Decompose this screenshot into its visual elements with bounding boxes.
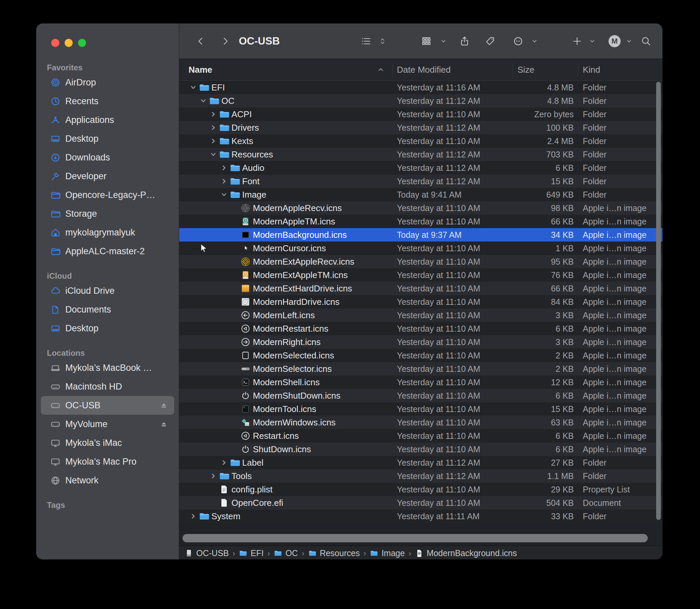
add-chevron-icon[interactable] [589, 37, 596, 45]
sidebar-item-mykola-s-mac-pro[interactable]: Mykola’s Mac Pro [41, 452, 174, 471]
column-header-name[interactable]: Name [189, 65, 212, 75]
minimize-button[interactable] [65, 39, 73, 47]
disclosure-open-icon[interactable] [210, 151, 217, 158]
file-row-system[interactable]: SystemYesterday at 11:11 AM33 KBFolder [179, 509, 663, 523]
breadcrumb-item-modernbackground-icns[interactable]: ModernBackground.icns [415, 549, 517, 558]
sidebar-item-airdrop[interactable]: AirDrop [41, 73, 174, 92]
file-row-modernshutdown-icns[interactable]: ModernShutDown.icnsYesterday at 11:10 AM… [179, 389, 663, 402]
file-row-modernleft-icns[interactable]: ModernLeft.icnsYesterday at 11:10 AM3 KB… [179, 309, 663, 322]
add-icon[interactable] [572, 36, 582, 47]
account-avatar[interactable]: M [609, 35, 620, 47]
file-row-image[interactable]: ImageToday at 9:41 AM649 KBFolder [179, 188, 663, 201]
disclosure-closed-icon[interactable] [210, 124, 217, 131]
breadcrumb-item-oc-usb[interactable]: OC-USB [185, 549, 229, 558]
file-row-modernextapplerecv-icns[interactable]: ModernExtAppleRecv.icnsYesterday at 11:1… [179, 255, 663, 268]
breadcrumb-item-image[interactable]: Image [370, 549, 405, 558]
tag-icon[interactable] [485, 36, 495, 47]
file-row-efi[interactable]: EFIYesterday at 11:16 AM4.8 MBFolder [179, 81, 663, 94]
disclosure-open-icon[interactable] [190, 84, 197, 91]
sidebar-item-documents[interactable]: Documents [41, 300, 174, 319]
file-row-modernextharddrive-icns[interactable]: ModernExtHardDrive.icnsYesterday at 11:1… [179, 282, 663, 295]
sidebar-item-desktop[interactable]: Desktop [41, 129, 174, 148]
more-chevron-icon[interactable] [531, 37, 538, 45]
sidebar-item-desktop[interactable]: Desktop [41, 319, 174, 338]
sidebar-item-mykola-s-macbook-pro[interactable]: Mykola’s MacBook Pro [41, 359, 174, 377]
file-row-modernbackground-icns[interactable]: ModernBackground.icnsToday at 9:37 AM34 … [179, 228, 663, 242]
search-icon[interactable] [641, 36, 651, 47]
file-row-audio[interactable]: AudioYesterday at 11:12 AM6 KBFolder [179, 161, 663, 175]
sidebar-item-macintosh-hd[interactable]: Macintosh HD [41, 377, 174, 396]
sidebar-item-opencore-legacy-pat-[interactable]: Opencore-Legacy-Pat… [41, 186, 174, 204]
file-row-resources[interactable]: ResourcesYesterday at 11:12 AM703 KBFold… [179, 148, 663, 161]
back-button[interactable] [195, 36, 206, 47]
group-chevron-icon[interactable] [440, 37, 447, 45]
sidebar-item-mykolagrymalyuk[interactable]: mykolagrymalyuk [41, 223, 174, 242]
zoom-button[interactable] [78, 39, 86, 47]
sidebar-item-developer[interactable]: Developer [41, 167, 174, 186]
file-size: Zero bytes [494, 109, 574, 119]
eject-icon[interactable] [159, 419, 169, 429]
file-row-kexts[interactable]: KextsYesterday at 11:10 AM2.4 MBFolder [179, 134, 663, 148]
file-row-moderntool-icns[interactable]: ModernTool.icnsYesterday at 11:10 AM15 K… [179, 402, 663, 416]
disclosure-open-icon[interactable] [221, 191, 227, 198]
vertical-scrollbar[interactable] [656, 82, 661, 520]
sidebar-item-network[interactable]: Network [41, 471, 174, 490]
file-row-shutdown-icns[interactable]: ShutDown.icnsYesterday at 11:10 AM6 KBAp… [179, 442, 663, 456]
sidebar-item-myvolume[interactable]: MyVolume [41, 415, 174, 433]
close-button[interactable] [51, 39, 59, 47]
column-header-kind[interactable]: Kind [583, 65, 600, 75]
file-row-drivers[interactable]: DriversYesterday at 11:12 AM100 KBFolder [179, 121, 663, 134]
more-actions-icon[interactable] [513, 36, 524, 47]
sidebar-item-oc-usb[interactable]: OC-USB [41, 396, 174, 415]
file-row-modernshell-icns[interactable]: ModernShell.icnsYesterday at 11:10 AM12 … [179, 376, 663, 389]
sidebar-item-icloud-drive[interactable]: iCloud Drive [41, 281, 174, 300]
column-header-size[interactable]: Size [518, 65, 535, 75]
file-row-modernapplerecv-icns[interactable]: ModernAppleRecv.icnsYesterday at 11:10 A… [179, 201, 663, 215]
group-by-icon[interactable] [421, 36, 432, 47]
file-row-modernwindows-icns[interactable]: ModernWindows.icnsYesterday at 11:10 AM6… [179, 416, 663, 429]
file-size: 6 KB [494, 163, 574, 173]
breadcrumb-item-resources[interactable]: Resources [308, 549, 360, 558]
disclosure-closed-icon[interactable] [210, 111, 217, 118]
file-row-font[interactable]: FontYesterday at 11:12 AM15 KBFolder [179, 175, 663, 188]
file-row-restart-icns[interactable]: Restart.icnsYesterday at 11:10 AM6 KBApp… [179, 429, 663, 442]
horizontal-scrollbar[interactable] [182, 534, 648, 542]
file-row-modernselector-icns[interactable]: ModernSelector.icnsYesterday at 11:10 AM… [179, 362, 663, 376]
file-date: Yesterday at 11:12 AM [397, 471, 480, 481]
share-icon[interactable] [459, 36, 470, 47]
disclosure-closed-icon[interactable] [210, 473, 217, 480]
breadcrumb-item-efi[interactable]: EFI [239, 549, 264, 558]
file-row-modernrestart-icns[interactable]: ModernRestart.icnsYesterday at 11:10 AM6… [179, 322, 663, 335]
file-row-acpi[interactable]: ACPIYesterday at 11:10 AMZero bytesFolde… [179, 107, 663, 121]
account-chevron-icon[interactable] [625, 37, 633, 45]
file-row-label[interactable]: LabelYesterday at 11:12 AM27 KBFolder [179, 456, 663, 469]
forward-button[interactable] [220, 36, 231, 47]
column-header-date[interactable]: Date Modified [397, 65, 451, 75]
list-view-icon[interactable] [361, 36, 371, 47]
file-row-modernharddrive-icns[interactable]: ModernHardDrive.icnsYesterday at 11:10 A… [179, 295, 663, 309]
view-chevrons-icon[interactable] [379, 37, 386, 45]
sidebar-item-recents[interactable]: Recents [41, 92, 174, 110]
file-row-config-plist[interactable]: config.plistYesterday at 11:10 AM29 KBPr… [179, 483, 663, 496]
file-row-modernappletm-icns[interactable]: ModernAppleTM.icnsYesterday at 11:10 AM6… [179, 215, 663, 228]
file-row-modernright-icns[interactable]: ModernRight.icnsYesterday at 11:10 AM3 K… [179, 335, 663, 349]
disclosure-closed-icon[interactable] [221, 178, 227, 185]
file-row-tools[interactable]: ToolsYesterday at 11:12 AM1.1 MBFolder [179, 469, 663, 483]
sidebar-item-storage[interactable]: Storage [41, 204, 174, 223]
disclosure-closed-icon[interactable] [210, 138, 217, 144]
disclosure-closed-icon[interactable] [221, 459, 227, 466]
sidebar-item-applealc-master-2[interactable]: AppleALC-master-2 [41, 242, 174, 261]
file-row-moderncursor-icns[interactable]: ModernCursor.icnsYesterday at 11:10 AM1 … [179, 242, 663, 255]
eject-icon[interactable] [159, 400, 169, 410]
sidebar-item-mykola-s-imac[interactable]: Mykola’s iMac [41, 433, 174, 452]
disclosure-closed-icon[interactable] [221, 164, 227, 171]
disclosure-open-icon[interactable] [200, 98, 207, 104]
sidebar-item-downloads[interactable]: Downloads [41, 148, 174, 167]
breadcrumb-item-oc[interactable]: OC [274, 549, 298, 558]
file-row-opencore-efi[interactable]: OpenCore.efiYesterday at 11:10 AM504 KBD… [179, 496, 663, 509]
file-row-modernselected-icns[interactable]: ModernSelected.icnsYesterday at 11:10 AM… [179, 349, 663, 362]
disclosure-closed-icon[interactable] [190, 513, 197, 520]
file-row-oc[interactable]: OCYesterday at 11:12 AM4.8 MBFolder [179, 94, 663, 107]
sidebar-item-applications[interactable]: Applications [41, 110, 174, 129]
file-row-modernextappletm-icns[interactable]: ModernExtAppleTM.icnsYesterday at 11:10 … [179, 268, 663, 282]
